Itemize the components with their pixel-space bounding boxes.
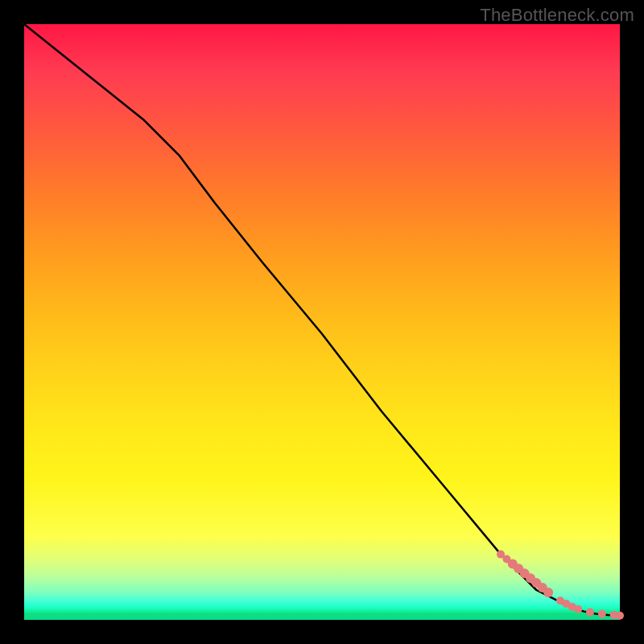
chart-svg <box>24 24 620 620</box>
highlight-point <box>586 608 594 616</box>
highlight-point <box>616 612 624 620</box>
highlight-point <box>574 605 582 613</box>
highlight-points-group <box>497 551 624 620</box>
chart-frame: TheBottleneck.com <box>0 0 644 644</box>
bottleneck-curve <box>24 24 620 616</box>
highlight-point <box>598 610 606 618</box>
watermark-text: TheBottleneck.com <box>480 5 634 26</box>
highlight-point <box>543 588 553 597</box>
